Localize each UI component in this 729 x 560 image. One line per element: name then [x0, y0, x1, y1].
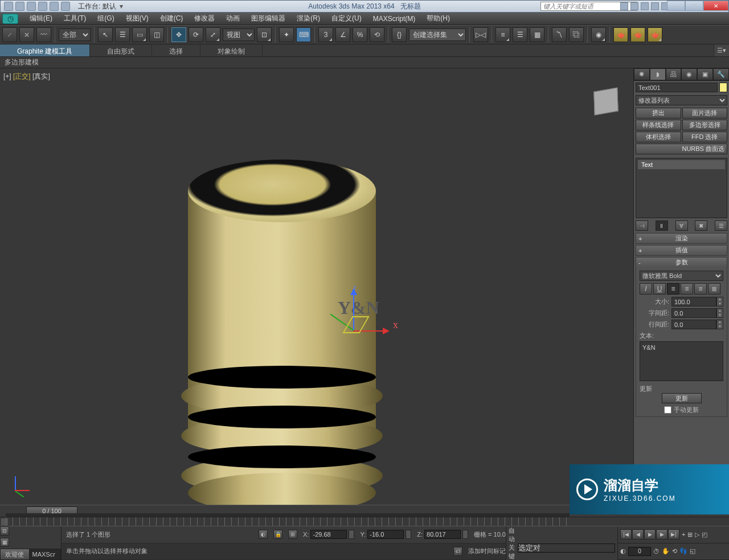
viewcube[interactable]: [590, 85, 622, 117]
play-icon[interactable]: ▶: [644, 529, 656, 539]
italic-icon[interactable]: I: [640, 283, 652, 295]
nav-pan-icon[interactable]: ✋: [662, 547, 670, 555]
align-justify-icon[interactable]: ≣: [708, 283, 720, 295]
align-right-icon[interactable]: ≡: [694, 283, 707, 295]
btn-extrude[interactable]: 挤出: [636, 108, 681, 118]
motion-tab-icon[interactable]: ◉: [681, 68, 697, 80]
text-input[interactable]: Y&N: [640, 341, 723, 381]
rollout-interp[interactable]: +插值: [636, 246, 727, 255]
nav-orbit-icon[interactable]: ⟲: [672, 547, 677, 555]
time-config-icon[interactable]: ⏱: [653, 548, 660, 555]
material-editor-icon[interactable]: ◉: [591, 27, 606, 42]
select-move-icon[interactable]: ✥: [171, 27, 186, 42]
close-button[interactable]: ✕: [703, 1, 728, 11]
menu-views[interactable]: 视图(V): [120, 14, 154, 23]
snap-toggle-icon[interactable]: 3: [318, 27, 333, 42]
curve-editor-icon[interactable]: 〽: [552, 27, 567, 42]
subscription-icon[interactable]: [630, 2, 638, 10]
spinner-snap-icon[interactable]: ⟲: [370, 27, 384, 42]
menu-tools[interactable]: 工具(T): [58, 14, 92, 23]
schematic-view-icon[interactable]: ⿻: [569, 27, 584, 42]
display-tab-icon[interactable]: ▣: [697, 68, 713, 80]
percent-snap-icon[interactable]: %: [353, 27, 367, 42]
menu-group[interactable]: 组(G): [92, 14, 120, 23]
modifier-list-dropdown[interactable]: 修改器列表: [636, 95, 727, 105]
tab-selection[interactable]: 选择: [152, 44, 200, 56]
ribbon-toggle-icon[interactable]: ▦: [530, 27, 544, 42]
underline-icon[interactable]: U: [653, 283, 666, 295]
selection-lock-icon[interactable]: 🔒: [273, 530, 282, 539]
object-color-swatch[interactable]: [719, 83, 727, 92]
time-ruler[interactable]: [0, 517, 729, 526]
rollout-params[interactable]: -参数: [636, 257, 727, 267]
current-frame-input[interactable]: [628, 547, 651, 556]
btn-spline-select[interactable]: 样条线选择: [636, 120, 681, 130]
angle-snap-icon[interactable]: ∠: [335, 27, 350, 42]
transform-gizmo[interactable]: Y&N z x: [336, 291, 404, 353]
minimize-button[interactable]: —: [667, 1, 685, 11]
rollout-render[interactable]: +渲染: [636, 234, 727, 243]
bind-spacewarp-icon[interactable]: 〰: [36, 27, 51, 42]
ref-coord-dropdown[interactable]: 视图: [223, 28, 255, 41]
modifier-stack[interactable]: Text: [636, 158, 727, 218]
btn-nurbs-select[interactable]: NURBS 曲面选: [636, 144, 727, 154]
modify-tab-icon[interactable]: ◗: [650, 68, 666, 80]
hierarchy-tab-icon[interactable]: 品: [666, 68, 682, 80]
nav-walk-icon[interactable]: 👣: [679, 547, 687, 555]
goto-end-icon[interactable]: ▶|: [668, 529, 679, 539]
kerning-input[interactable]: [671, 308, 716, 318]
named-sets-dropdown[interactable]: 创建选择集: [409, 28, 466, 41]
leading-input[interactable]: [671, 320, 716, 329]
prev-frame-icon[interactable]: ◀: [632, 529, 644, 539]
add-time-tag[interactable]: 添加时间标记: [468, 547, 506, 555]
open-icon[interactable]: [15, 2, 24, 11]
y-coord-input[interactable]: [367, 530, 404, 539]
mirror-icon[interactable]: ▷◁: [473, 27, 488, 42]
maximize-button[interactable]: ▢: [685, 1, 703, 11]
nav-region-icon[interactable]: ◰: [702, 531, 707, 538]
exchange-icon[interactable]: [641, 2, 649, 10]
update-button[interactable]: 更新: [662, 393, 702, 403]
key-mode-toggle-icon[interactable]: ◐: [620, 547, 626, 555]
tab-graphite[interactable]: Graphite 建模工具: [0, 44, 90, 56]
new-icon[interactable]: [4, 2, 13, 11]
manual-update-checkbox[interactable]: 手动更新: [640, 406, 723, 414]
isolate-icon[interactable]: ▦: [0, 538, 9, 547]
viewport-label[interactable]: [+] [正交] [真实]: [3, 72, 50, 81]
configure-sets-icon[interactable]: ☰: [715, 220, 727, 231]
app-menu-button[interactable]: ◷: [2, 14, 18, 24]
auto-key-button[interactable]: 自动关键点: [509, 526, 515, 560]
btn-vol-select[interactable]: 体积选择: [636, 132, 681, 142]
select-object-icon[interactable]: ↖: [98, 27, 113, 42]
align-center-icon[interactable]: ≡: [681, 283, 693, 295]
nav-max-icon[interactable]: ◱: [690, 547, 695, 555]
ribbon-panel-label[interactable]: 多边形建模: [5, 58, 39, 67]
viewport[interactable]: [+] [正交] [真实] Y&N z x: [0, 68, 633, 505]
nav-fov-icon[interactable]: ▷: [695, 531, 699, 538]
ribbon-collapse-icon[interactable]: ☰▾: [714, 44, 729, 56]
select-by-name-icon[interactable]: ☰: [115, 27, 130, 42]
nav-zoom-icon[interactable]: +: [682, 531, 685, 538]
menu-custom[interactable]: 自定义(U): [326, 14, 367, 23]
time-tag-icon[interactable]: 🏷: [453, 547, 462, 556]
next-frame-icon[interactable]: ▶: [656, 529, 667, 539]
selection-filter-dropdown[interactable]: 全部: [59, 28, 91, 41]
favorite-icon[interactable]: [651, 2, 659, 10]
btn-poly-select[interactable]: 多边形选择: [682, 120, 728, 130]
btn-face-select[interactable]: 面片选择: [682, 108, 728, 118]
undo-icon[interactable]: [38, 2, 47, 11]
menu-edit[interactable]: 编辑(E): [24, 14, 58, 23]
tab-paint[interactable]: 对象绘制: [200, 44, 263, 56]
select-scale-icon[interactable]: ⤢: [206, 27, 220, 42]
save-icon[interactable]: [27, 2, 36, 11]
menu-graph[interactable]: 图形编辑器: [245, 14, 291, 23]
keyboard-shortcut-icon[interactable]: ⌨: [296, 27, 311, 42]
redo-icon[interactable]: [50, 2, 59, 11]
toggle-icon-1[interactable]: ◐: [259, 530, 268, 539]
lock-ui-icon[interactable]: ⊟: [0, 526, 9, 536]
menu-anim[interactable]: 动画: [220, 14, 245, 23]
unlink-icon[interactable]: ⤫: [19, 27, 34, 42]
layer-manager-icon[interactable]: ☰: [513, 27, 527, 42]
welcome-button[interactable]: 欢迎使: [0, 549, 30, 560]
menu-render[interactable]: 渲染(R): [291, 14, 326, 23]
